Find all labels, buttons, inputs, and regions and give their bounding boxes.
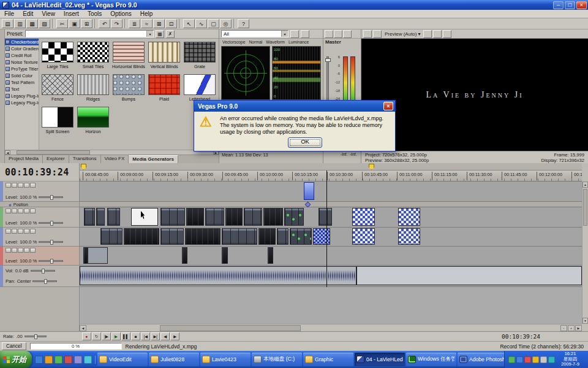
taskbar-task-button[interactable]: Lavie0423 [200,353,251,366]
timeline-marker[interactable] [81,164,86,170]
quick-launch-icon-4[interactable] [64,356,72,364]
toolbar-button[interactable] [124,19,127,28]
generator-list-item[interactable]: Legacy Plug-In [5,99,39,106]
quick-launch-icon-1[interactable] [35,356,43,364]
track-header-1[interactable]: Level: 100.0 % [0,182,79,202]
taskbar-task-button[interactable]: Juliet0828 [149,353,199,366]
track-solo-button[interactable] [30,209,36,213]
toolbar-button[interactable] [233,19,236,28]
timeline-event[interactable] [107,208,120,226]
external-monitor-icon[interactable] [373,30,382,38]
cancel-render-button[interactable]: Cancel [2,342,26,350]
pan-slider[interactable] [32,280,57,282]
stop-button[interactable]: ■ [131,332,140,340]
scroll-down-icon[interactable]: ▼ [582,318,588,324]
generator-list-item[interactable]: Noise Texture [5,59,39,66]
dock-tab[interactable]: Explorer [43,155,69,163]
chevron-down-icon[interactable]: ▾ [281,31,288,37]
track-fx-button[interactable] [18,183,23,188]
track-mute-button[interactable] [24,229,29,234]
rate-slider[interactable] [24,335,47,337]
project-properties-button[interactable]: ▧ [39,19,50,28]
generator-list-item[interactable]: Legacy Plug-In [5,93,39,99]
generator-list-item[interactable]: ProType Titler [5,66,39,72]
scroll-up-icon[interactable]: ▲ [582,182,588,188]
undo-button[interactable]: ↶ [99,19,110,28]
save-preset-button[interactable]: ▦ [156,30,164,38]
keyframe[interactable] [305,202,311,208]
scroll-left-icon[interactable]: ◀ [5,150,10,155]
zoom-out-button[interactable]: − [560,325,567,331]
generator-list-item[interactable]: Solid Color [5,72,39,79]
lock-envelopes-button[interactable]: ⊠ [153,19,165,28]
track-solo-button[interactable] [30,248,36,253]
audio-event[interactable] [80,266,356,285]
project-properties-icon[interactable] [363,30,372,38]
quick-launch-icon-5[interactable] [74,356,82,364]
preset-item[interactable]: Plaid [147,74,181,102]
paste-button[interactable]: ⊞ [81,19,92,28]
track-automation-button[interactable] [6,248,11,253]
go-to-start-button[interactable]: |◀ [141,332,150,340]
ignore-grouping-button[interactable]: ⊡ [165,19,177,28]
quick-launch-icon-2[interactable] [45,356,53,364]
start-button[interactable]: 开始 [0,351,32,368]
preset-item[interactable]: Horizon [76,107,110,134]
track-fx-button[interactable] [18,248,23,253]
dock-tab[interactable]: Project Media [5,155,43,163]
preset-item[interactable]: Large Tiles [40,42,75,69]
timeline-event[interactable] [160,228,184,245]
timeline-event[interactable] [268,247,273,264]
chevron-down-icon[interactable]: ▾ [146,31,153,37]
time-display[interactable]: 00:10:39:24 [0,163,79,182]
restore-button[interactable]: □ [565,1,575,9]
dock-tab[interactable]: Video FX [101,155,129,163]
play-button[interactable]: ▶ [111,332,121,340]
generator-list-item[interactable]: Color Gradient [5,45,39,52]
preset-item[interactable]: Grate [183,42,217,69]
play-from-start-button[interactable]: |▶ [102,332,111,340]
preview-quality-dropdown[interactable]: Preview (Auto) ▾ [383,31,422,37]
envelope-edit-tool-button[interactable]: ∿ [195,19,207,28]
playhead[interactable] [326,171,327,287]
loop-playback-button[interactable]: ↻ [92,332,101,340]
timeline-marker[interactable] [369,164,374,170]
tray-icon-3[interactable] [524,356,531,363]
preset-item[interactable]: Small Tiles [76,42,110,69]
track-automation-button[interactable] [6,229,11,234]
zoom-edit-tool-button[interactable]: ◎ [220,19,232,28]
quick-launch-icon-3[interactable] [55,356,62,364]
taskbar-task-button[interactable]: Graphic [303,353,353,366]
scroll-right-icon[interactable]: ▶ [575,325,582,331]
copy-button[interactable]: ▣ [69,19,80,28]
pause-button[interactable]: ▌▌ [121,332,130,340]
cut-button[interactable]: ✂ [56,19,68,28]
menu-item[interactable]: View [37,10,59,17]
new-project-button[interactable]: ▤ [2,19,13,28]
preset-item[interactable]: Split Screen [40,107,75,134]
track-fx-button[interactable] [18,209,23,213]
track-fx-button[interactable] [18,229,23,234]
close-button[interactable]: × [576,1,587,9]
scope-settings-button[interactable] [301,30,309,38]
level-slider[interactable] [39,260,63,262]
next-frame-button[interactable]: ▶ [170,332,179,340]
timeline-event[interactable] [96,208,105,226]
delete-preset-button[interactable]: ✗ [166,30,175,38]
auto-ripple-button[interactable]: ≈ [141,19,153,28]
timeline-event[interactable] [258,228,276,245]
timeline-event[interactable] [244,208,262,226]
toolbar-button[interactable] [94,19,97,28]
track-automation-button[interactable] [6,209,11,213]
prev-frame-button[interactable]: ◀ [160,332,170,340]
minimize-button[interactable]: – [553,1,564,9]
open-button[interactable]: ▥ [14,19,26,28]
track-mute-button[interactable] [24,183,29,188]
timeline-event[interactable] [313,228,330,245]
timeline-event[interactable] [290,228,312,245]
toolbar-button[interactable] [179,19,181,28]
taskbar-task-button[interactable]: Adobe Photoshop [458,353,504,366]
taskbar-task-button[interactable]: 04 - LaVieHLedit... [355,353,405,366]
video-track-lane-4[interactable] [80,247,582,266]
grab-frame-button[interactable] [433,30,442,38]
